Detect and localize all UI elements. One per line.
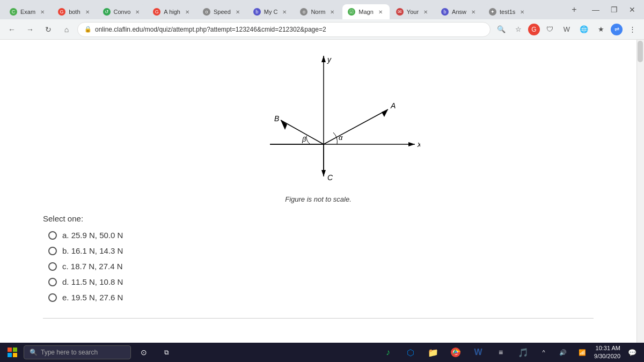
svg-marker-7 (382, 109, 388, 117)
address-bar[interactable]: 🔒 online.claflin.edu/mod/quiz/attempt.ph… (77, 22, 491, 37)
forward-button[interactable]: → (23, 22, 38, 37)
browser-tab-speed[interactable]: oSpeed✕ (197, 4, 247, 19)
page-content: y x A B C (0, 40, 636, 343)
tab-favicon-both: G (58, 8, 65, 16)
option-item-b[interactable]: b. 16.1 N, 14.3 N (48, 246, 594, 255)
browser-tab-norm[interactable]: oNorm✕ (295, 4, 341, 19)
browser-tab-both[interactable]: Gboth✕ (53, 4, 96, 19)
tab-close-convo[interactable]: ✕ (134, 8, 141, 16)
tab-label-exam: Exam (20, 9, 35, 15)
extension1-icon[interactable]: 🛡 (542, 22, 557, 37)
tab-label-answ: Answ (452, 9, 466, 15)
tab-favicon-convo: ↺ (103, 8, 111, 16)
tab-label-norm: Norm (311, 9, 325, 15)
tab-close-magn[interactable]: ✕ (377, 8, 384, 16)
taskbar-app3[interactable]: 🎵 (514, 344, 533, 361)
browser-tab-ahigh[interactable]: GA high✕ (148, 4, 196, 19)
svg-rect-21 (13, 353, 17, 357)
browser-tab-myc[interactable]: bMy C✕ (248, 4, 294, 19)
svg-rect-20 (8, 353, 12, 357)
profile-icon[interactable]: ⇌ (611, 24, 623, 35)
option-item-a[interactable]: a. 25.9 N, 50.0 N (48, 231, 594, 240)
extension3-icon[interactable]: 🌐 (576, 22, 591, 37)
tab-close-norm[interactable]: ✕ (328, 8, 336, 16)
extension2-icon[interactable]: W (559, 22, 574, 37)
tab-favicon-myc: b (253, 8, 261, 16)
tab-close-ahigh[interactable]: ✕ (184, 8, 191, 16)
refresh-button[interactable]: ↻ (41, 22, 56, 37)
tab-label-magn: Magn (358, 9, 374, 15)
taskbar-search-icon: 🔍 (30, 349, 38, 356)
tab-close-test1s[interactable]: ✕ (518, 8, 526, 16)
main-area: y x A B C (0, 40, 644, 343)
radio-d[interactable] (48, 278, 57, 286)
svg-text:B: B (274, 114, 279, 123)
radio-e[interactable] (48, 293, 57, 302)
option-item-e[interactable]: e. 19.5 N, 27.6 N (48, 293, 594, 302)
browser-tab-your[interactable]: ✉Your✕ (391, 4, 435, 19)
action-center-button[interactable]: 💬 (625, 345, 640, 360)
browser-tab-magn[interactable]: ☑Magn✕ (342, 4, 390, 19)
browser-tab-answ[interactable]: bAnsw✕ (436, 4, 482, 19)
svg-marker-1 (321, 56, 326, 62)
browser-tab-exam[interactable]: CExam✕ (4, 4, 52, 19)
scrollbar-thumb[interactable] (638, 41, 643, 62)
svg-text:C: C (327, 173, 333, 182)
more-options-icon[interactable]: ⋮ (625, 22, 640, 37)
lock-icon: 🔒 (84, 26, 92, 33)
tab-close-answ[interactable]: ✕ (470, 8, 477, 16)
radio-c[interactable] (48, 262, 57, 271)
bookmark-star-icon[interactable]: ☆ (511, 22, 526, 37)
minimize-button[interactable]: — (588, 2, 603, 17)
new-tab-button[interactable]: + (567, 2, 582, 17)
tab-close-speed[interactable]: ✕ (234, 8, 241, 16)
google-icon[interactable]: G (528, 24, 540, 35)
taskbar-explorer[interactable]: 📁 (423, 344, 443, 361)
option-label-c: c. 18.7 N, 27.4 N (62, 262, 123, 271)
radio-b[interactable] (48, 247, 57, 255)
back-button[interactable]: ← (4, 22, 19, 37)
taskbar-clock[interactable]: 10:31 AM 9/30/2020 (594, 344, 620, 361)
extensions-puzzle-icon[interactable]: ★ (594, 22, 609, 37)
system-tray-speaker[interactable]: 🔊 (555, 345, 570, 360)
option-label-e: e. 19.5 N, 27.6 N (62, 293, 123, 302)
taskbar-task-view[interactable]: ⧉ (157, 344, 176, 361)
browser-tab-test1s[interactable]: ✦test1s✕ (484, 4, 531, 19)
restore-button[interactable]: ❐ (606, 2, 621, 17)
page-scrollbar[interactable] (636, 40, 644, 343)
taskbar-app2[interactable]: ≡ (491, 344, 510, 361)
tab-close-exam[interactable]: ✕ (39, 8, 46, 16)
option-item-c[interactable]: c. 18.7 N, 27.4 N (48, 262, 594, 271)
taskbar-cortana[interactable]: ⊙ (134, 344, 153, 361)
close-window-button[interactable]: ✕ (625, 2, 640, 17)
system-tray-up-arrow[interactable]: ^ (536, 345, 551, 360)
start-button[interactable] (4, 344, 20, 360)
taskbar-chrome[interactable] (446, 344, 465, 361)
search-icon-btn[interactable]: 🔍 (494, 22, 509, 37)
options-list: a. 25.9 N, 50.0 Nb. 16.1 N, 14.3 Nc. 18.… (48, 231, 594, 302)
taskbar-edge[interactable]: ⬡ (401, 344, 420, 361)
section-divider (43, 318, 594, 319)
clock-time: 10:31 AM (594, 344, 620, 352)
svg-marker-3 (408, 142, 415, 146)
tab-favicon-test1s: ✦ (489, 8, 496, 16)
taskbar-word[interactable]: W (469, 344, 488, 361)
radio-a[interactable] (48, 231, 57, 240)
option-label-b: b. 16.1 N, 14.3 N (62, 246, 123, 255)
tab-close-your[interactable]: ✕ (422, 8, 429, 16)
tab-close-both[interactable]: ✕ (84, 8, 91, 16)
tab-close-myc[interactable]: ✕ (281, 8, 288, 16)
home-button[interactable]: ⌂ (59, 22, 74, 37)
option-item-d[interactable]: d. 11.5 N, 10.8 N (48, 277, 594, 286)
tab-favicon-speed: o (203, 8, 210, 16)
system-tray-network[interactable]: 📶 (575, 345, 590, 360)
svg-text:A: A (390, 101, 396, 110)
taskbar-search-text: Type here to search (41, 349, 98, 356)
tab-label-speed: Speed (214, 9, 231, 15)
taskbar-search-box[interactable]: 🔍 Type here to search (24, 345, 131, 359)
diagram-area: y x A B C (43, 50, 594, 190)
tab-favicon-ahigh: G (153, 8, 160, 16)
tab-label-both: both (69, 9, 80, 15)
browser-tab-convo[interactable]: ↺Convo✕ (98, 4, 147, 19)
taskbar-spotify[interactable]: ♪ (378, 344, 398, 361)
